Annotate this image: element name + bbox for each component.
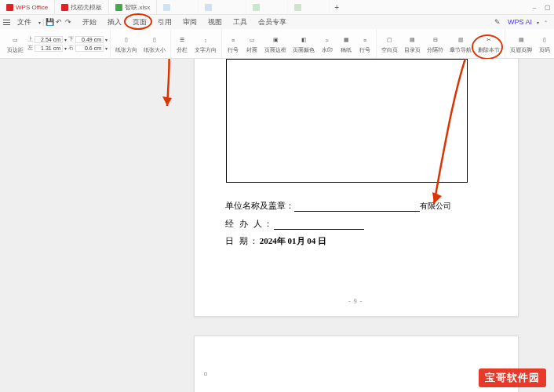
text-direction-button[interactable]: ↕文字方向 xyxy=(192,33,219,54)
menu-tools[interactable]: 工具 xyxy=(228,16,253,29)
save-icon[interactable]: 💾 xyxy=(46,18,53,26)
line-number-icon: ≡ xyxy=(228,34,239,45)
orientation-icon: ▯ xyxy=(121,34,132,45)
page-border-button[interactable]: ▣页面边框 xyxy=(262,33,289,54)
page-color-button[interactable]: ◧页面颜色 xyxy=(290,33,317,54)
menu-review[interactable]: 审阅 xyxy=(177,16,202,29)
btn-label: 文字方向 xyxy=(195,47,217,53)
toolbar-separator: | xyxy=(42,18,44,26)
menu-file[interactable]: 文件 xyxy=(12,16,37,29)
minimize-button[interactable]: – xyxy=(528,2,541,13)
field-date[interactable]: 日 期：2024年 01月 04 日 xyxy=(225,235,326,247)
page-number-button[interactable]: ▯页码 xyxy=(536,33,553,54)
btn-label: 页面颜色 xyxy=(293,47,315,53)
toc-page-button[interactable]: ▤目录页 xyxy=(402,33,423,54)
page-border-icon: ▣ xyxy=(270,34,281,45)
field-handler[interactable]: 经 办 人： xyxy=(225,218,364,230)
btn-label: 行号 xyxy=(228,47,239,53)
text-direction-icon: ↕ xyxy=(200,34,211,45)
watermark-button[interactable]: ≈水印 xyxy=(319,33,336,54)
orientation-button[interactable]: ▯纸张方向 xyxy=(113,33,140,54)
ribbon: ▭ 页边距 上 2.54 cm ▾ 下 0.49 cm ▾ 左 1.31 cm … xyxy=(0,29,554,59)
app-tab-wps-office[interactable]: WPS Office xyxy=(0,0,55,14)
pencil-icon[interactable]: ✎ xyxy=(492,16,503,27)
page[interactable] xyxy=(194,336,519,392)
company-suffix: 有限公司 xyxy=(420,201,451,210)
paper-size-icon: ▯ xyxy=(149,34,160,45)
columns-icon: ☰ xyxy=(177,34,188,45)
cover-page-button[interactable]: ▭封面 xyxy=(243,33,261,54)
paper-size-button[interactable]: ▯纸张大小 xyxy=(141,33,168,54)
btn-label: 稿纸 xyxy=(341,47,352,53)
margin-left-input[interactable]: 1.31 cm xyxy=(35,45,63,52)
site-watermark: 宝哥软件园 xyxy=(479,368,546,387)
tab-label: 找稻壳模板 xyxy=(71,3,102,12)
btn-label: 封面 xyxy=(246,47,257,53)
menu-view[interactable]: 视图 xyxy=(202,16,228,29)
columns-button[interactable]: ☰分栏 xyxy=(173,33,191,54)
menu-references[interactable]: 引用 xyxy=(152,16,177,29)
btn-label: 页边距 xyxy=(7,47,24,53)
page-number-icon: ▯ xyxy=(539,34,550,45)
app-tab-muted[interactable] xyxy=(246,0,288,14)
app-tab-muted[interactable] xyxy=(199,0,246,14)
btn-label: 分隔符 xyxy=(427,47,443,53)
app-tab-xlsx[interactable]: 智联.xlsx xyxy=(109,0,157,14)
line-number-button[interactable]: ≡行号 xyxy=(224,33,242,54)
maximize-button[interactable]: ▢ xyxy=(541,2,554,13)
breaks-icon: ⊟ xyxy=(430,34,441,45)
menu-page-label: 页面 xyxy=(133,18,147,26)
line-numbers-button[interactable]: ≡行号 xyxy=(356,33,374,54)
btn-label: 目录页 xyxy=(404,47,421,53)
doc-icon xyxy=(163,4,170,11)
margin-left-label: 左 xyxy=(27,44,33,52)
btn-label: 纸张大小 xyxy=(144,47,166,53)
wps-ai[interactable]: WPS AI xyxy=(508,18,532,26)
new-tab-button[interactable]: + xyxy=(330,3,344,12)
delete-section-button[interactable]: ✂ 删除本节 xyxy=(476,33,502,54)
delete-section-icon: ✂ xyxy=(483,34,494,45)
page-margin-button[interactable]: ▭ 页边距 xyxy=(5,33,26,54)
margin-right-input[interactable]: 0.6 cm xyxy=(75,45,104,52)
menu-member[interactable]: 会员专享 xyxy=(253,16,292,29)
undo-icon[interactable]: ↶ xyxy=(55,18,63,26)
section-nav-button[interactable]: ▥章节导航 xyxy=(447,33,474,54)
margin-right-label: 右 xyxy=(68,44,74,52)
menu-insert[interactable]: 插入 xyxy=(102,16,127,29)
redo-icon[interactable]: ↷ xyxy=(64,18,72,26)
blank-page-button[interactable]: ▢空白页 xyxy=(379,33,400,54)
cover-icon: ▭ xyxy=(246,34,257,45)
btn-label: 空白页 xyxy=(381,47,398,53)
app-tab-daoker[interactable]: 找稻壳模板 xyxy=(55,0,109,14)
field-handler-label: 经 办 人： xyxy=(225,219,274,228)
margin-top-label: 上 xyxy=(27,35,33,43)
manuscript-button[interactable]: ▦稿纸 xyxy=(337,33,355,54)
document-canvas[interactable]: 单位名称及盖章：有限公司 经 办 人： 日 期：2024年 01月 04 日 -… xyxy=(0,59,554,392)
btn-label: 删除本节 xyxy=(478,47,500,53)
menu-page[interactable]: 页面 xyxy=(127,16,152,29)
field-seal[interactable]: 单位名称及盖章：有限公司 xyxy=(225,200,451,212)
btn-label: 行号 xyxy=(359,47,370,53)
margin-bottom-input[interactable]: 0.49 cm xyxy=(75,36,104,43)
collapse-ribbon-icon[interactable]: ⌃ xyxy=(544,20,548,25)
menu-bar: 文件 ▾ | 💾 ↶ ↷ 开始 插入 页面 引用 审阅 视图 工具 会员专享 ✎… xyxy=(0,15,554,29)
breaks-button[interactable]: ⊟分隔符 xyxy=(425,33,446,54)
wps-icon xyxy=(6,4,13,11)
app-tab-muted[interactable] xyxy=(157,0,199,14)
app-tab-muted[interactable] xyxy=(288,0,330,14)
sheet-icon xyxy=(115,4,122,11)
menu-start[interactable]: 开始 xyxy=(77,16,102,29)
section-nav-icon: ▥ xyxy=(455,34,466,45)
margin-inputs: 上 2.54 cm ▾ 下 0.49 cm ▾ 左 1.31 cm ▾ 右 0.… xyxy=(27,35,108,52)
btn-label: 分栏 xyxy=(177,47,188,53)
toc-icon: ▤ xyxy=(407,34,418,45)
text-box[interactable] xyxy=(226,59,468,183)
title-tab-bar: WPS Office 找稻壳模板 智联.xlsx + – ▢ xyxy=(0,0,554,15)
header-footer-button[interactable]: ▤页眉页脚 xyxy=(508,33,534,54)
field-seal-label: 单位名称及盖章： xyxy=(225,201,294,210)
field-date-label: 日 期： xyxy=(225,236,260,245)
margin-top-input[interactable]: 2.54 cm xyxy=(35,36,63,43)
svg-marker-0 xyxy=(162,96,172,106)
hamburger-icon[interactable] xyxy=(3,19,10,26)
page-color-icon: ◧ xyxy=(298,34,309,45)
